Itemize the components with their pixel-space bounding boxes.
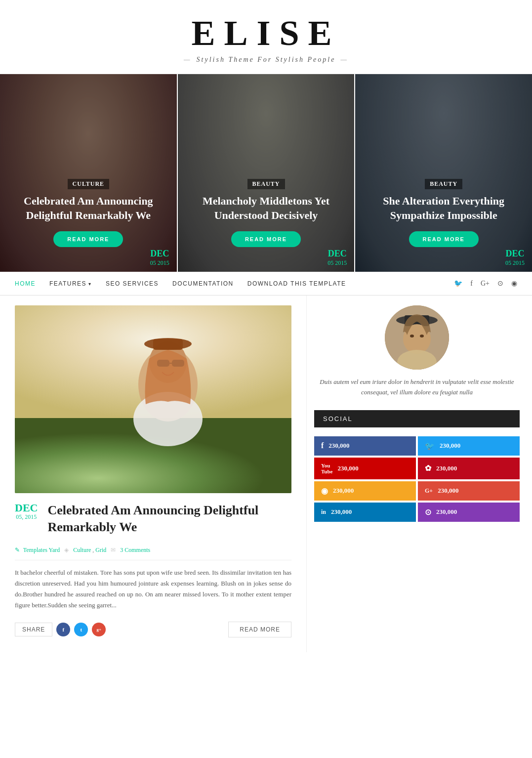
nav-rss-icon[interactable]: ◉: [511, 279, 517, 288]
profile-bio: Duis autem vel eum iriure dolor in hendr…: [314, 377, 520, 398]
sidebar-profile: Duis autem vel eum iriure dolor in hendr…: [314, 305, 520, 398]
nav-seo[interactable]: SEO SERVICES: [106, 280, 159, 287]
comments-link[interactable]: 3 Comments: [120, 547, 150, 553]
category-grid-link[interactable]: Grid: [95, 547, 106, 553]
article-title: Celebrated Am Announcing Delightful Rema…: [47, 502, 291, 536]
slide-category-2: Beauty: [247, 179, 285, 189]
svg-point-14: [410, 335, 414, 337]
slide-readmore-3[interactable]: READ MORE: [409, 231, 479, 247]
linkedin-count: 230,000: [331, 508, 352, 516]
article-meta: ✎ Templates Yard ◈ Culture , Grid ✉ 3 Co…: [15, 547, 291, 560]
googleplus-count: 230,000: [438, 487, 458, 495]
main-nav: HOME FEATURES SEO SERVICES DOCUMENTATION…: [0, 272, 532, 295]
social-pinterest[interactable]: ✿ 230,000: [418, 458, 520, 479]
nav-social: 🐦 f G+ ⊙ ◉: [454, 279, 517, 288]
share-twitter-btn[interactable]: t: [74, 623, 88, 636]
svg-rect-5: [153, 339, 183, 350]
share-label: SHARE: [15, 623, 52, 636]
slide-date-2: DEC 05 2015: [327, 249, 347, 267]
article-footer: SHARE f t g+ READ MORE: [15, 622, 291, 637]
facebook-icon: f: [321, 441, 324, 450]
slide-readmore-2[interactable]: READ MORE: [231, 231, 301, 247]
article-date: DEC 05, 2015: [15, 502, 38, 520]
site-header: ELISE Stylish Theme For Stylish People: [0, 0, 532, 74]
profile-avatar: [385, 305, 449, 370]
svg-point-15: [420, 335, 424, 337]
author-link[interactable]: Templates Yard: [23, 547, 60, 553]
slide-readmore-1[interactable]: READ MORE: [53, 231, 123, 247]
site-title: ELISE: [10, 14, 522, 53]
social-section-title: SOCIAL: [314, 410, 520, 427]
slide-content-3: Beauty She Alteration Everything Sympath…: [355, 179, 532, 247]
slide-category-3: Beauty: [425, 179, 462, 189]
nav-features[interactable]: FEATURES: [49, 280, 92, 287]
social-instagram[interactable]: ⊙ 230,000: [418, 503, 520, 522]
slide-date-1: DEC 05 2015: [150, 249, 169, 267]
nav-facebook-icon[interactable]: f: [470, 280, 473, 288]
author-icon: ✎: [15, 547, 20, 553]
hero-slide-2: Beauty Melancholy Middletons Yet Underst…: [178, 74, 356, 272]
hero-slider: Culture Celebrated Am Announcing Delight…: [0, 74, 532, 272]
featured-image: [15, 305, 291, 493]
instagram-icon: ⊙: [425, 507, 431, 517]
nav-documentation[interactable]: DOCUMENTATION: [172, 280, 234, 287]
slide-content-2: Beauty Melancholy Middletons Yet Underst…: [178, 179, 355, 247]
sidebar-col: Duis autem vel eum iriure dolor in hendr…: [306, 295, 532, 652]
youtube-count: 230,000: [337, 464, 358, 472]
nav-links: HOME FEATURES SEO SERVICES DOCUMENTATION…: [15, 280, 454, 287]
twitter-count: 230,000: [440, 442, 460, 450]
nav-download[interactable]: DOWNLOAD THIS TEMPLATE: [247, 280, 346, 287]
social-linkedin[interactable]: in 230,000: [314, 503, 416, 522]
instagram-count: 230,000: [436, 508, 457, 516]
share-section: SHARE f t g+: [15, 623, 106, 636]
hero-slide-1: Culture Celebrated Am Announcing Delight…: [0, 74, 178, 272]
facebook-count: 230,000: [328, 442, 349, 450]
article-day-year: 05, 2015: [15, 514, 38, 520]
twitter-icon: 🐦: [425, 441, 435, 451]
article-readmore-btn[interactable]: READ MORE: [228, 622, 291, 637]
linkedin-icon: in: [321, 508, 326, 516]
slide-title-2: Melancholy Middletons Yet Understood Dec…: [188, 194, 345, 222]
article-body: It bachelor cheerful of mistaken. Tore h…: [15, 567, 291, 611]
share-googleplus-btn[interactable]: g+: [92, 623, 106, 636]
googleplus-icon: G+: [425, 487, 433, 495]
slide-title-1: Celebrated Am Announcing Delightful Rema…: [10, 194, 167, 222]
social-twitter[interactable]: 🐦 230,000: [418, 436, 520, 456]
slide-content-1: Culture Celebrated Am Announcing Delight…: [0, 179, 177, 247]
social-rss[interactable]: ◉ 230,000: [314, 481, 416, 501]
site-tagline: Stylish Theme For Stylish People: [10, 56, 522, 64]
content-col: DEC 05, 2015 Celebrated Am Announcing De…: [0, 295, 306, 652]
featured-image-svg: [15, 305, 291, 493]
slide-title-3: She Alteration Everything Sympathize Imp…: [365, 194, 522, 222]
featured-image-inner: [15, 305, 291, 493]
pinterest-count: 230,000: [436, 464, 457, 472]
rss-icon: ◉: [321, 486, 328, 496]
social-youtube[interactable]: YouTube 230,000: [314, 458, 416, 479]
main-content: DEC 05, 2015 Celebrated Am Announcing De…: [0, 295, 532, 652]
rss-count: 230,000: [333, 487, 354, 495]
nav-googleplus-icon[interactable]: G+: [481, 280, 490, 288]
slide-category-1: Culture: [68, 179, 110, 189]
nav-twitter-icon[interactable]: 🐦: [454, 279, 462, 288]
social-facebook[interactable]: f 230,000: [314, 436, 416, 456]
slide-date-3: DEC 05 2015: [505, 249, 525, 267]
youtube-icon: YouTube: [321, 463, 332, 474]
social-grid: f 230,000 🐦 230,000 YouTube 230,000 ✿ 23…: [314, 436, 520, 522]
social-googleplus[interactable]: G+ 230,000: [418, 481, 520, 501]
hero-slide-3: Beauty She Alteration Everything Sympath…: [355, 74, 532, 272]
profile-avatar-img: [385, 305, 449, 370]
share-facebook-btn[interactable]: f: [56, 623, 70, 636]
pinterest-icon: ✿: [425, 463, 431, 473]
nav-home[interactable]: HOME: [15, 280, 36, 287]
article-header: Celebrated Am Announcing Delightful Rema…: [47, 502, 291, 540]
category-culture-link[interactable]: Culture: [73, 547, 91, 553]
article-month: DEC: [15, 502, 38, 514]
nav-instagram-icon[interactable]: ⊙: [497, 279, 503, 288]
